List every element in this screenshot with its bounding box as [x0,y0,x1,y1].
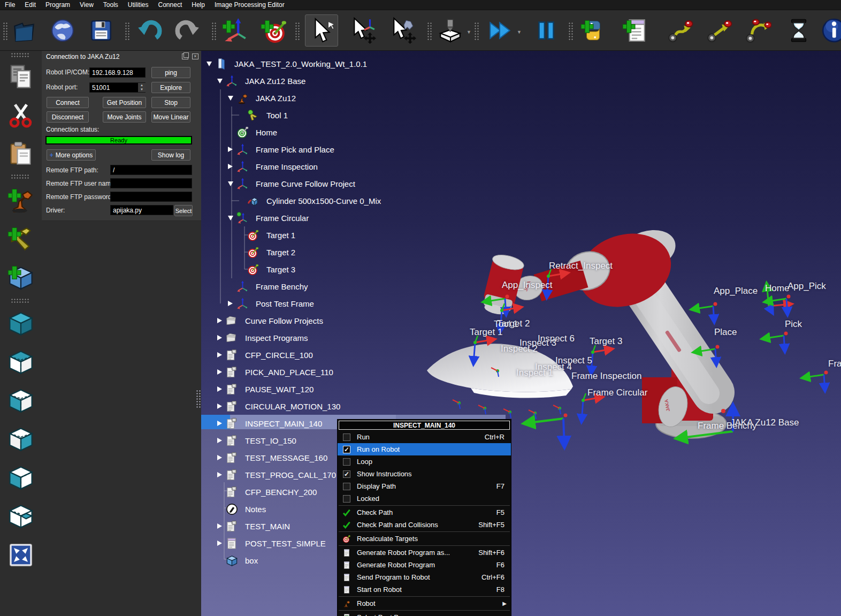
tree-item-inspect-main-140[interactable]: INSPECT_MAIN_140 [201,415,322,432]
tree-item-notes[interactable]: Notes [201,500,266,518]
tree-item-test-prog-call-170[interactable]: TEST_PROG_CALL_170 [201,466,336,483]
more-options-button[interactable]: +More options [47,149,96,161]
tree-item-frame-inspection[interactable]: Frame Inspection [201,158,318,175]
viewport-label-home[interactable]: Home [765,283,789,294]
view-back-cube-button[interactable] [6,463,36,493]
tree-expand-arrow-icon[interactable] [228,181,235,186]
context-menu-item-check-path-and-collisions[interactable]: Check Path and CollisionsShift+F5 [338,519,511,531]
stop-button[interactable]: Stop [151,97,190,108]
tree-item-target-3[interactable]: Target 3 [201,261,295,278]
sidebar-drag-handle[interactable] [11,174,30,179]
tree-expand-arrow-icon[interactable] [217,438,225,443]
context-menu-item-generate-robot-program-as-[interactable]: Generate Robot Program as...Shift+F6 [338,546,511,559]
view-iso-cube-button[interactable] [6,309,36,339]
tree-item-inspect-programs[interactable]: Inspect Programs [201,329,308,346]
move-linear-button[interactable] [702,14,736,47]
tree-item-cfp-benchy-200[interactable]: CFP_BENCHY_200 [201,483,317,500]
run-program-button[interactable] [484,14,517,47]
open-file-button[interactable] [7,14,41,47]
move-circular-button[interactable] [741,14,775,47]
tree-splitter-handle[interactable] [196,390,201,408]
sidebar-drag-handle[interactable] [11,298,30,303]
move-tool-cursor-button[interactable] [386,14,419,47]
panel-float-icon[interactable] [182,54,188,59]
show-log-button[interactable]: Show log [151,149,190,161]
tree-item-pause-wait-120[interactable]: PAUSE_WAIT_120 [201,381,314,398]
port-input[interactable] [89,82,146,93]
context-menu-item-select-post-processor[interactable]: Select Post Processor [338,611,511,616]
tree-expand-arrow-icon[interactable] [217,79,225,83]
tree-expand-arrow-icon[interactable] [217,541,225,546]
viewport-label-target-3[interactable]: Target 3 [590,336,622,347]
viewport-label-retract-inspect[interactable]: Retract_Inspect [549,261,613,271]
add-robot-button[interactable] [6,185,36,215]
dropdown-caret-icon[interactable]: ▼ [517,29,522,35]
tree-item-test-io-150[interactable]: TEST_IO_150 [201,432,296,449]
tree-item-cylinder-500x1500-curve-0-mix[interactable]: Cylinder 500x1500-Curve 0_Mix [201,192,381,209]
viewport-label-app-place[interactable]: App_Place [714,286,758,296]
panel-close-icon[interactable]: × [192,54,198,59]
tree-expand-arrow-icon[interactable] [217,472,225,477]
tree-expand-arrow-icon[interactable] [217,523,225,529]
tree-expand-arrow-icon[interactable] [228,96,235,101]
tree-item-test-message-160[interactable]: TEST_MESSAGE_160 [201,449,327,466]
context-menu-item-display-path[interactable]: Display PathF7 [338,480,511,492]
move-joints-button[interactable]: Move Joints [103,111,146,123]
fit-view-button[interactable] [6,540,36,570]
add-object-button[interactable] [6,262,36,292]
context-menu-item-recalculate-targets[interactable]: Recalculate Targets [338,533,511,545]
tree-item-jaka-zu12[interactable]: JAKA Zu12 [201,89,296,107]
machining-button[interactable] [433,14,467,47]
context-menu-item-run-on-robot[interactable]: ✓Run on Robot [338,443,511,455]
save-button[interactable] [85,14,118,47]
tree-expand-arrow-icon[interactable] [217,455,225,460]
tree-expand-arrow-icon[interactable] [217,421,225,426]
tree-item-tool-1[interactable]: Tool 1 [201,107,288,124]
toolbar-drag-handle[interactable] [211,22,217,40]
toolbar-drag-handle[interactable] [474,22,479,40]
menu-edit[interactable]: Edit [20,0,41,10]
add-program-button[interactable] [618,14,652,47]
add-frame-button[interactable] [218,14,251,47]
paste-button[interactable] [6,139,36,169]
toolbar-drag-handle[interactable] [125,22,130,40]
context-menu-item-loop[interactable]: Loop [338,455,511,468]
viewport-label-frame-circular[interactable]: Frame Circular [587,387,647,398]
tree-item-frame-curve-follow-project[interactable]: Frame Curve Follow Project [201,175,355,192]
tree-item-box[interactable]: box [201,552,258,569]
viewport-label-place[interactable]: Place [714,327,737,338]
get-position-button[interactable]: Get Position [103,97,146,108]
viewport-label-fra[interactable]: Fra [828,359,841,369]
context-menu-item-send-program-to-robot[interactable]: Send Program to RobotCtrl+F6 [338,571,511,583]
tree-expand-arrow-icon[interactable] [217,369,225,375]
tree-item-jaka-test-2-0-working-wt-1-0-1[interactable]: JAKA _TEST_2.0_Working_Wt_1.0.1 [201,55,367,72]
copy-button[interactable] [6,62,36,92]
ftp-path-input[interactable] [110,165,192,175]
ftp-user-input[interactable] [110,178,192,188]
tree-item-target-2[interactable]: Target 2 [201,244,295,261]
add-target-button[interactable] [257,14,290,47]
move-joint-button[interactable] [663,14,697,47]
menu-program[interactable]: Program [41,0,75,10]
menu-file[interactable]: File [0,0,20,10]
tree-expand-arrow-icon[interactable] [228,164,235,169]
connect-button[interactable]: Connect [47,97,89,108]
tree-item-frame-circular[interactable]: Frame Circular [201,209,309,226]
viewport-label-jaka-zu12-base[interactable]: JAKA Zu12 Base [730,417,799,428]
tree-expand-arrow-icon[interactable] [217,352,225,358]
menu-view[interactable]: View [75,0,98,10]
globe-button[interactable] [46,14,79,47]
tree-item-target-1[interactable]: Target 1 [201,226,295,244]
view-front-cube-button[interactable] [6,386,36,416]
explore-button[interactable]: Explore [151,82,190,93]
info-button[interactable] [817,14,841,47]
tree-item-jaka-zu12-base[interactable]: JAKA Zu12 Base [201,72,305,89]
viewport-label-frame-inspection[interactable]: Frame Inspection [571,371,641,382]
tree-expand-arrow-icon[interactable] [217,404,225,409]
tree-item-circular-motion-130[interactable]: CIRCULAR_MOTION_130 [201,398,340,415]
add-tool-button[interactable] [6,223,36,253]
tree-item-pick-and-place-110[interactable]: PICK_AND_PLACE_110 [201,363,333,381]
view-bottom-cube-button[interactable] [6,501,36,531]
toolbar-drag-handle[interactable] [427,22,432,40]
tree-item-curve-follow-projects[interactable]: Curve Follow Projects [201,312,323,329]
